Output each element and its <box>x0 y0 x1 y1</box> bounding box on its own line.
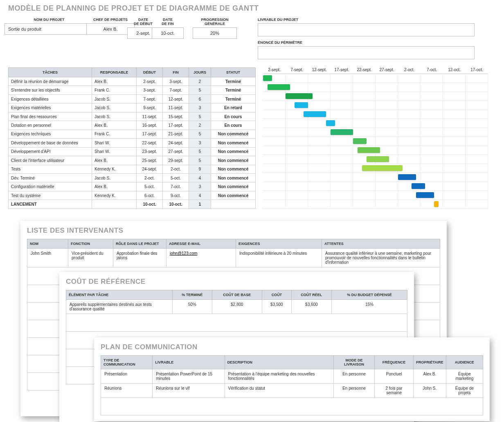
stake-role: Approbation finale des jalons <box>113 249 166 267</box>
gantt-bar[interactable] <box>295 102 308 108</box>
task-start: 17-sept. <box>137 130 163 138</box>
gantt-bar[interactable] <box>263 75 272 81</box>
gantt-tick: 12-oct. <box>443 67 466 74</box>
gantt-row <box>263 74 488 83</box>
task-status: Non commencé <box>211 165 256 173</box>
gantt-row <box>263 182 488 191</box>
table-row[interactable]: Plan final des ressourcesJacob S.11-sept… <box>9 112 256 121</box>
table-row[interactable]: LANCEMENT10-oct.10-oct.1 <box>9 200 256 209</box>
gantt-row <box>263 191 488 200</box>
gantt-row <box>263 200 488 209</box>
cell-end-date[interactable]: 10-oct. <box>152 27 184 39</box>
gantt-bar[interactable] <box>358 147 380 153</box>
task-status: En cours <box>211 121 256 130</box>
task-owner: Kennedy K. <box>92 191 137 200</box>
stake-exp: Assurance qualité inférieur à une semain… <box>322 249 440 267</box>
cell-project-name[interactable]: Sortie du produit <box>4 23 94 35</box>
table-row[interactable]: TestsKennedy K.24-sept.2-oct.9Non commen… <box>9 165 256 173</box>
gantt-row <box>263 155 488 164</box>
task-status: Terminé <box>211 94 256 103</box>
task-start: 6-oct. <box>137 191 163 200</box>
col-header: % DU BUDGET DÉPENSÉ <box>331 290 407 300</box>
table-row[interactable]: Exigences détailléesJacob S.7-sept.12-se… <box>9 94 256 103</box>
gantt-bar[interactable] <box>362 165 403 171</box>
table-row[interactable]: Test du systèmeKennedy K.6-oct.9-oct.4No… <box>9 191 256 200</box>
task-owner: Frank C. <box>92 130 137 138</box>
cost-real: $3,600 <box>291 300 331 314</box>
task-days: 3 <box>189 139 211 147</box>
task-start: 11-sept. <box>137 112 163 121</box>
task-name: Dotation en personnel <box>9 121 92 130</box>
cell-progress[interactable]: 20% <box>193 27 237 39</box>
gantt-bar[interactable] <box>331 129 353 135</box>
input-deliverable[interactable] <box>258 23 475 36</box>
table-row[interactable]: Définir la réunion de démarrageAlex B.2-… <box>9 77 256 86</box>
table-row[interactable]: S'entendre sur les objectifsFrank C.3-se… <box>9 86 256 94</box>
col-header: TYPE DE COMMUNICATION <box>101 356 153 369</box>
cost-base: $2,800 <box>212 300 262 314</box>
table-row[interactable]: Exigences techniquesFrank C.17-sept.21-s… <box>9 130 256 138</box>
col-header: COÛT RÉEL <box>291 290 331 300</box>
col-header: PROPRIÉTAIRE <box>413 356 446 369</box>
label-progress: PROGRESSION GÉNÉRALE <box>198 16 231 27</box>
gantt-bar[interactable] <box>412 183 425 189</box>
tasks-table: TÂCHESRESPONSABLEDÉBUTFINJOURSSTATUT Déf… <box>8 67 256 209</box>
table-row[interactable]: Appareils supplémentaires destinés aux t… <box>66 300 407 314</box>
task-days: 5 <box>189 130 211 138</box>
table-row[interactable]: Développement d'APIShari W.23-sept.27-se… <box>9 147 256 156</box>
task-owner: Jacob S. <box>92 173 137 182</box>
gantt-bar[interactable] <box>326 120 335 126</box>
table-row[interactable]: Client de l'interface utilisateurAlex B.… <box>9 156 256 165</box>
task-days: 5 <box>189 147 211 156</box>
task-status: En cours <box>211 112 256 121</box>
task-name: LANCEMENT <box>9 200 92 209</box>
label-start-date: DATE DE DÉBUT <box>131 16 155 27</box>
table-row[interactable]: John Smith Vice-président du produit App… <box>27 249 440 267</box>
task-start: 9-sept. <box>137 103 163 112</box>
gantt-bar[interactable] <box>398 174 416 180</box>
task-days: 5 <box>189 112 211 121</box>
task-status: Non commencé <box>211 173 256 182</box>
task-status: Non commencé <box>211 130 256 138</box>
task-days: 3 <box>189 103 211 112</box>
comm-table: TYPE DE COMMUNICATIONLIVRABLEDESCRIPTION… <box>101 355 483 415</box>
task-start: 16-sept. <box>137 121 163 130</box>
task-owner <box>92 200 137 209</box>
table-row[interactable]: Configuration matérielleAlex B.5-oct.7-o… <box>9 182 256 191</box>
table-row[interactable]: Exigences matériellesJacob S.9-sept.11-s… <box>9 103 256 112</box>
task-name: Client de l'interface utilisateur <box>9 156 92 165</box>
task-status: Non commencé <box>211 139 256 147</box>
task-days: 4 <box>189 173 211 182</box>
table-row[interactable]: Dév. TerminéJacob S.2-oct.5-oct.4Non com… <box>9 173 256 182</box>
gantt-row <box>263 83 488 92</box>
task-end: 11-sept. <box>163 103 189 112</box>
table-row[interactable]: PrésentationPrésentation PowerPoint de 1… <box>101 369 483 384</box>
task-owner: Frank C. <box>92 86 137 94</box>
task-status: Non commencé <box>211 156 256 165</box>
page-title: MODÈLE DE PLANNING DE PROJET ET DE DIAGR… <box>8 4 504 13</box>
gantt-bar[interactable] <box>304 111 326 117</box>
task-start: 24-sept. <box>137 165 163 173</box>
task-status: Terminé <box>211 86 256 94</box>
gantt-bar[interactable] <box>416 192 434 198</box>
email-link[interactable]: john@123.com <box>170 251 197 256</box>
table-row[interactable]: RéunionsRéunions sur le vifVérification … <box>101 384 483 398</box>
gantt-bar[interactable] <box>434 201 439 207</box>
gantt-bar[interactable] <box>268 84 290 90</box>
gantt-bar[interactable] <box>367 156 389 162</box>
col-header: ADRESSE E-MAIL <box>166 239 236 249</box>
input-scope[interactable] <box>258 46 475 59</box>
table-row[interactable]: Développement de base de donnéesShari W.… <box>9 139 256 147</box>
task-name: Développement d'API <box>9 147 92 156</box>
col-header: TÂCHES <box>9 68 92 77</box>
gantt-row <box>263 173 488 182</box>
col-header: ATTENTES <box>322 239 440 249</box>
task-days: 2 <box>189 77 211 86</box>
gantt-tick: 17-oct. <box>466 67 488 74</box>
col-header: EXIGENCES <box>236 239 322 249</box>
gantt-bar[interactable] <box>353 138 367 144</box>
gantt-bar[interactable] <box>286 93 313 99</box>
table-row[interactable]: Dotation en personnelAlex B.16-sept.17-s… <box>9 121 256 130</box>
gantt-tick: 22-sept. <box>353 67 376 74</box>
stake-function: Vice-président du produit <box>68 249 113 267</box>
